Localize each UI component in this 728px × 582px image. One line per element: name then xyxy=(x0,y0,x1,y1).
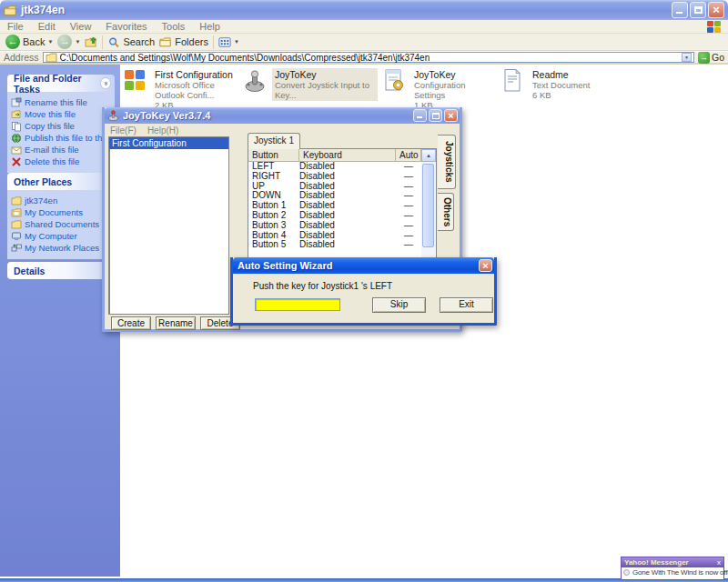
file-tile-joytokey-exe[interactable]: JoyToKey Convert Joystick Input to Key..… xyxy=(243,68,378,101)
close-button[interactable]: × xyxy=(708,2,724,18)
address-dropdown-icon[interactable]: ▼ xyxy=(682,53,692,62)
joytokey-titlebar: JoyToKey Ver3.7.4 × xyxy=(105,107,460,124)
back-button[interactable]: ← Back ▼ xyxy=(5,35,53,49)
maximize-button[interactable] xyxy=(690,2,706,18)
header-keyboard[interactable]: Keyboard xyxy=(299,149,396,162)
menu-help[interactable]: Help(H) xyxy=(147,125,178,135)
address-folder-icon xyxy=(46,53,57,63)
side-tab-others[interactable]: Others xyxy=(438,193,454,231)
configuration-item-selected[interactable]: First Configuration xyxy=(109,137,228,149)
place-jtk374en[interactable]: jtk374en xyxy=(11,195,112,206)
close-icon[interactable]: x xyxy=(717,558,721,567)
forward-dropdown-caret-icon[interactable]: ▼ xyxy=(75,39,80,45)
file-tile-first-configuration[interactable]: First Configuration Microsoft Office Out… xyxy=(123,68,241,111)
maximize-button[interactable] xyxy=(429,109,442,122)
file-tasks-panel: File and Folder Tasks » Rename this file… xyxy=(7,75,115,173)
task-publish-file[interactable]: Publish this file to the Web xyxy=(11,132,112,144)
other-places-header[interactable]: Other Places xyxy=(7,173,115,190)
file-tile-readme[interactable]: Readme Text Document 6 KB xyxy=(500,68,610,101)
configuration-list[interactable]: First Configuration xyxy=(108,136,229,315)
rename-button[interactable]: Rename xyxy=(156,316,196,330)
copy-icon xyxy=(11,121,22,132)
place-my-documents[interactable]: My Documents xyxy=(11,206,112,218)
views-dropdown-caret-icon[interactable]: ▼ xyxy=(234,39,239,45)
file-name: JoyToKey xyxy=(414,69,496,80)
forward-button[interactable]: → ▼ xyxy=(57,35,80,49)
file-type: Text Document xyxy=(532,80,590,90)
file-name: First Configuration xyxy=(155,69,238,80)
menu-help[interactable]: Help xyxy=(199,21,220,32)
explorer-toolbar: ← Back ▼ → ▼ Search Fol xyxy=(0,34,728,51)
other-places-title: Other Places xyxy=(14,176,72,187)
address-bar: Address C:\Documents and Settings\Wolf\M… xyxy=(0,52,728,65)
auto-cell: — xyxy=(396,172,421,182)
auto-setting-wizard-dialog: Auto Setting Wizard × Push the key for J… xyxy=(230,257,497,326)
back-label: Back xyxy=(23,36,45,47)
menu-view[interactable]: View xyxy=(70,21,92,32)
task-email-file[interactable]: E-mail this file xyxy=(11,144,112,156)
folders-button[interactable]: Folders xyxy=(159,36,208,48)
task-rename-file[interactable]: Rename this file xyxy=(11,96,112,108)
up-button[interactable] xyxy=(85,36,97,48)
menu-file[interactable]: File(F) xyxy=(110,125,136,135)
explorer-menubar: File Edit View Favorites Tools Help xyxy=(0,20,728,34)
skip-button[interactable]: Skip xyxy=(372,297,426,313)
collapse-chevron-icon[interactable]: » xyxy=(100,77,111,89)
back-dropdown-caret-icon[interactable]: ▼ xyxy=(47,39,53,45)
menu-tools[interactable]: Tools xyxy=(162,21,186,32)
create-button[interactable]: Create xyxy=(111,316,151,330)
my-computer-icon xyxy=(11,231,22,242)
wizard-prompt: Push the key for Joystick1 's LEFT xyxy=(253,281,392,291)
minimize-button[interactable] xyxy=(672,2,688,18)
search-icon xyxy=(107,36,120,48)
table-row[interactable]: Button 3Disabled— xyxy=(248,221,436,231)
yahoo-title: Yahoo! Messenger xyxy=(624,558,689,567)
place-shared-documents[interactable]: Shared Documents xyxy=(11,218,112,230)
exit-button[interactable]: Exit xyxy=(440,297,493,313)
go-label: Go xyxy=(712,52,724,63)
scrollbar-thumb[interactable] xyxy=(422,164,434,247)
yahoo-messenger-popup[interactable]: Yahoo! Messenger x Gone With The Wind is… xyxy=(621,557,724,580)
scroll-up-icon[interactable]: ▲ xyxy=(421,149,436,162)
search-button[interactable]: Search xyxy=(107,36,155,48)
key-capture-input[interactable] xyxy=(255,298,340,311)
table-row[interactable]: Button 5Disabled— xyxy=(248,240,436,250)
place-my-network-places[interactable]: My Network Places xyxy=(11,242,112,254)
text-document-icon xyxy=(500,68,525,93)
task-copy-file[interactable]: Copy this file xyxy=(11,120,112,132)
menu-file[interactable]: File xyxy=(7,21,24,32)
header-button[interactable]: Button xyxy=(248,149,299,162)
file-name: JoyToKey xyxy=(275,69,375,80)
rename-icon xyxy=(11,97,22,108)
network-places-icon xyxy=(11,243,22,254)
header-auto[interactable]: Auto xyxy=(396,149,421,162)
folder-icon xyxy=(11,196,22,206)
keyboard-cell: Disabled xyxy=(299,221,396,231)
file-type: Convert Joystick Input to Key... xyxy=(275,80,375,100)
details-header[interactable]: Details xyxy=(7,262,115,279)
close-button[interactable]: × xyxy=(444,109,458,122)
views-button[interactable]: ▼ xyxy=(218,36,239,48)
address-input[interactable]: C:\Documents and Settings\Wolf\My Docume… xyxy=(43,52,694,63)
back-arrow-icon: ← xyxy=(5,35,20,49)
close-button[interactable]: × xyxy=(479,259,492,272)
place-my-computer[interactable]: My Computer xyxy=(11,230,112,242)
minimize-button[interactable] xyxy=(413,109,427,122)
yahoo-titlebar: Yahoo! Messenger x xyxy=(622,557,723,567)
menu-edit[interactable]: Edit xyxy=(38,21,56,32)
go-button[interactable]: → Go xyxy=(698,52,724,64)
tab-joystick-1[interactable]: Joystick 1 xyxy=(248,133,300,149)
window-title: jtk374en xyxy=(21,4,65,16)
table-row[interactable]: RIGHTDisabled— xyxy=(248,172,436,182)
file-tile-joytokey-cfg[interactable]: JoyToKey Configuration Settings 1 KB xyxy=(382,68,499,111)
menu-favorites[interactable]: Favorites xyxy=(106,21,147,32)
details-panel: Details xyxy=(7,262,115,279)
file-name: Readme xyxy=(532,69,590,80)
task-delete-file[interactable]: Delete this file xyxy=(11,156,112,167)
side-tab-joysticks[interactable]: Joysticks xyxy=(438,135,456,189)
toolbar-separator xyxy=(102,35,103,49)
explorer-titlebar: jtk374en × xyxy=(0,0,728,20)
keyboard-cell: Disabled xyxy=(299,240,396,250)
task-move-file[interactable]: Move this file xyxy=(11,108,112,120)
file-tasks-header[interactable]: File and Folder Tasks » xyxy=(7,75,115,92)
